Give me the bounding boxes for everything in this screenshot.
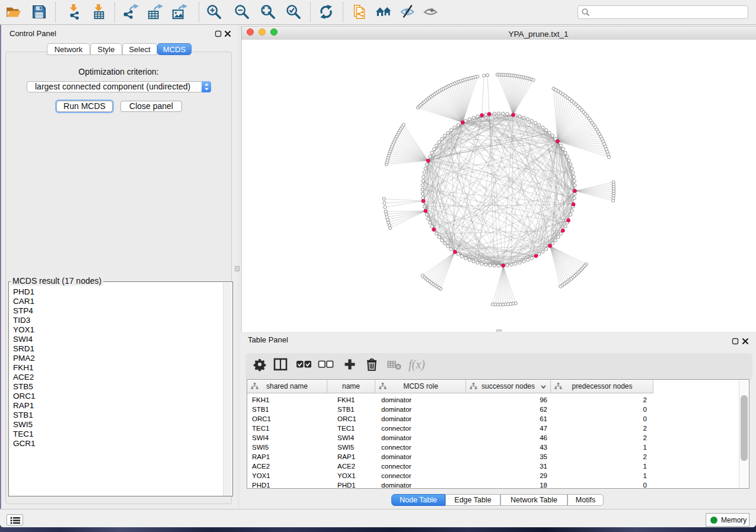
svg-text:f(x): f(x)	[409, 358, 425, 371]
